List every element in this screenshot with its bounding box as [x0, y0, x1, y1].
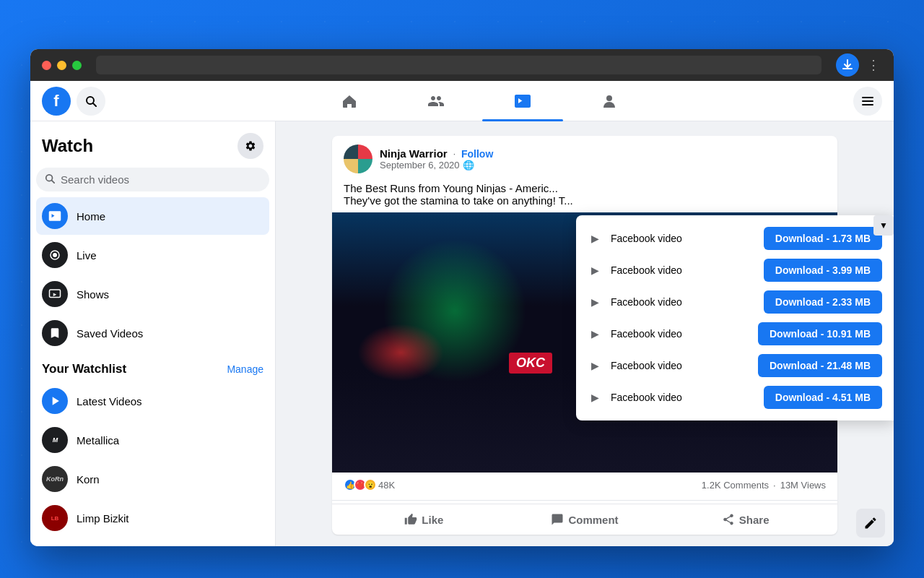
post-date: September 6, 2020 🌐 — [380, 160, 826, 171]
fb-search-button[interactable] — [77, 87, 105, 116]
svg-line-7 — [52, 181, 55, 184]
watchlist-item-metallica[interactable]: M Metallica — [36, 421, 269, 459]
sidebar-item-home[interactable]: Home — [36, 197, 269, 235]
download-button-3[interactable]: Download - 2.33 MB — [764, 290, 882, 314]
sidebar-item-shows-label: Shows — [77, 288, 109, 301]
download-button-1[interactable]: Download - 1.73 MB — [764, 227, 882, 250]
globe-icon: 🌐 — [463, 160, 474, 171]
nav-item-watch[interactable] — [482, 84, 563, 118]
play-icon-5: ▶ — [588, 358, 602, 373]
okc-badge: OKC — [509, 353, 552, 374]
search-icon — [45, 173, 55, 186]
download-button-5[interactable]: Download - 21.48 MB — [758, 354, 882, 377]
live-icon — [42, 242, 68, 268]
watchlist-item-limp[interactable]: LB Limp Bizkit — [36, 499, 269, 537]
svg-rect-3 — [862, 97, 873, 98]
sidebar-header: Watch — [36, 130, 269, 168]
sidebar-title: Watch — [42, 136, 93, 156]
share-button[interactable]: Share — [665, 507, 826, 532]
browser-titlebar: ⋮ — [30, 49, 894, 81]
minimize-button[interactable] — [57, 61, 66, 70]
svg-line-1 — [93, 103, 96, 106]
download-row-5: ▶ Facebook video Download - 21.48 MB — [588, 354, 882, 377]
comment-button[interactable]: Comment — [505, 507, 666, 532]
like-button[interactable]: Like — [344, 507, 505, 532]
fb-nav-center — [105, 84, 853, 118]
download-label-1: Facebook video — [611, 233, 755, 244]
wow-reaction: 😮 — [364, 478, 377, 491]
watchlist-item-latest[interactable]: Latest Videos — [36, 382, 269, 420]
download-row-1: ▶ Facebook video Download - 1.73 MB — [588, 227, 882, 250]
sidebar-item-live[interactable]: Live — [36, 236, 269, 274]
sidebar-item-saved-label: Saved Videos — [77, 327, 143, 340]
main-content: Watch — [30, 121, 894, 546]
shows-icon — [42, 281, 68, 307]
post-header: Ninja Warrior · Follow September 6, 2020… — [332, 136, 837, 182]
nav-item-friends[interactable] — [396, 84, 476, 118]
nav-item-home[interactable] — [309, 84, 390, 118]
svg-rect-10 — [50, 290, 61, 298]
post-meta: Ninja Warrior · Follow September 6, 2020… — [380, 147, 826, 171]
download-row-6: ▶ Facebook video Download - 4.51 MB — [588, 386, 882, 409]
fb-navbar: f — [30, 81, 894, 121]
stats-text: 1.2K Comments · 13M Views — [702, 480, 826, 491]
fb-nav-right — [853, 87, 882, 116]
home-icon — [42, 203, 68, 229]
watchlist-item-limp-label: Limp Bizkit — [77, 512, 129, 525]
comment-count[interactable]: 1.2K Comments — [702, 480, 769, 491]
sidebar: Watch — [30, 121, 276, 546]
svg-rect-4 — [862, 100, 873, 102]
sidebar-item-home-label: Home — [77, 210, 105, 223]
download-panel: ▶ Facebook video Download - 1.73 MB ▶ Fa… — [576, 215, 894, 420]
manage-link[interactable]: Manage — [227, 363, 263, 375]
download-row-4: ▶ Facebook video Download - 10.91 MB — [588, 322, 882, 345]
watchlist-item-korn-label: Korn — [77, 473, 100, 486]
fullscreen-button[interactable] — [72, 61, 82, 70]
download-button-2[interactable]: Download - 3.99 MB — [764, 259, 882, 282]
svg-rect-5 — [862, 104, 873, 105]
play-icon-6: ▶ — [588, 390, 602, 405]
download-label-4: Facebook video — [611, 328, 749, 340]
fb-logo[interactable]: f — [42, 87, 71, 116]
metallica-avatar: M — [42, 427, 68, 453]
search-box[interactable] — [36, 168, 269, 191]
post-follow-button[interactable]: Follow — [461, 148, 493, 160]
browser-download-button[interactable] — [836, 53, 859, 77]
browser-more-button[interactable]: ⋮ — [865, 56, 882, 74]
watchlist-section-header: Your Watchlist Manage — [36, 353, 269, 382]
close-button[interactable] — [42, 61, 51, 70]
sidebar-item-live-label: Live — [77, 249, 97, 262]
divider — [332, 500, 837, 501]
address-bar[interactable] — [96, 56, 821, 74]
svg-point-2 — [606, 95, 612, 101]
traffic-lights — [42, 61, 82, 70]
view-count: 13M Views — [780, 480, 826, 491]
post-actions: Like Comment Share — [332, 504, 837, 535]
settings-button[interactable] — [237, 133, 263, 159]
titlebar-actions: ⋮ — [836, 53, 882, 77]
post-avatar — [344, 144, 372, 173]
fb-nav-menu-button[interactable] — [853, 87, 882, 116]
reaction-count: 48K — [378, 480, 395, 491]
sidebar-item-saved[interactable]: Saved Videos — [36, 314, 269, 352]
watchlist-item-korn[interactable]: KoRn Korn — [36, 460, 269, 498]
nav-item-profile[interactable] — [569, 84, 650, 118]
download-button-6[interactable]: Download - 4.51 MB — [764, 386, 882, 409]
download-label-5: Facebook video — [611, 360, 749, 371]
post-dot: · — [453, 149, 456, 159]
play-icon-4: ▶ — [588, 327, 602, 341]
edit-button[interactable] — [856, 509, 885, 538]
browser-window: ⋮ f — [30, 49, 894, 546]
saved-icon — [42, 320, 68, 346]
scroll-arrow: ▼ — [873, 215, 894, 236]
post-author: Ninja Warrior — [380, 147, 448, 160]
scroll-down-button[interactable]: ▼ — [873, 215, 894, 236]
download-label-2: Facebook video — [611, 264, 755, 276]
sidebar-item-shows[interactable]: Shows — [36, 275, 269, 313]
download-label-3: Facebook video — [611, 296, 755, 308]
korn-avatar: KoRn — [42, 466, 68, 492]
limp-avatar: LB — [42, 505, 68, 531]
search-input[interactable] — [61, 173, 261, 186]
download-button-4[interactable]: Download - 10.91 MB — [758, 322, 882, 345]
download-label-6: Facebook video — [611, 392, 755, 403]
